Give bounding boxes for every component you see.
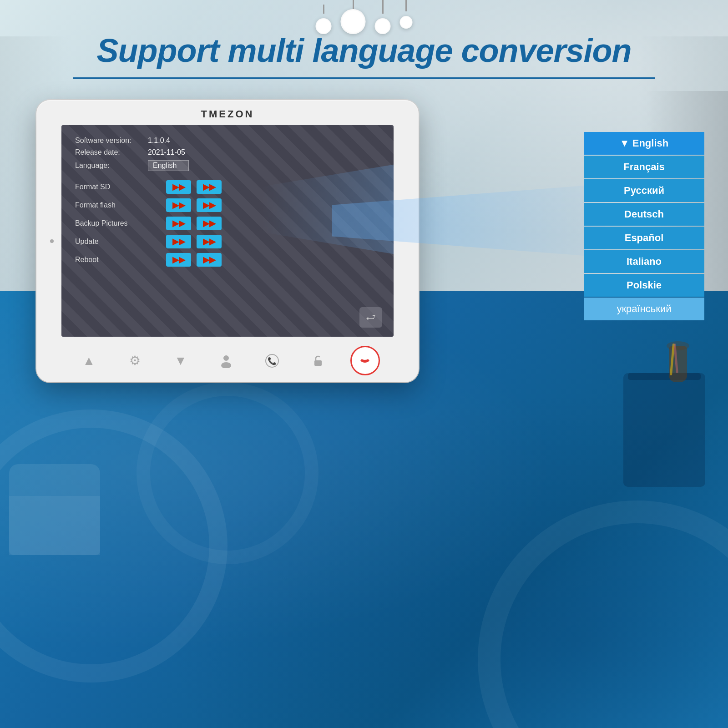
light-bulb-4: [400, 16, 413, 29]
arrow-icon-7: ▶▶: [172, 237, 185, 247]
user-icon: [219, 354, 233, 368]
format-sd-btn-2[interactable]: ▶▶: [197, 180, 222, 194]
update-label: Update: [75, 238, 166, 246]
format-flash-btn-2[interactable]: ▶▶: [197, 198, 222, 212]
up-arrow-icon: ▲: [82, 354, 95, 368]
update-btn-1[interactable]: ▶▶: [166, 235, 191, 248]
deco-circle-3: [136, 382, 318, 564]
lang-item-polskie[interactable]: Polskie: [584, 274, 704, 297]
language-dropdown[interactable]: ▼ ▼ EnglishEnglish Français Русский Deut…: [584, 132, 704, 321]
release-date-row: Release date: 2021-11-05: [75, 148, 380, 157]
arrow-icon-4: ▶▶: [203, 200, 216, 210]
device-frame: TMEZON Software version: 1.1.0.4 Release…: [36, 100, 419, 382]
back-button[interactable]: ⮐: [359, 307, 382, 328]
software-version-row: Software version: 1.1.0.4: [75, 136, 380, 145]
arrow-icon-3: ▶▶: [172, 200, 185, 210]
svg-point-1: [221, 362, 231, 368]
svg-rect-4: [314, 360, 322, 366]
format-sd-row: Format SD ▶▶ ▶▶: [75, 180, 380, 194]
language-row: Language: English: [75, 160, 380, 171]
lang-item-italiano[interactable]: Italiano: [584, 250, 704, 273]
deco-circle-2: [478, 500, 728, 728]
svg-text:📞: 📞: [268, 357, 277, 365]
back-icon: ⮐: [366, 312, 376, 324]
ceiling-decoration: [316, 14, 413, 34]
backup-btn-2[interactable]: ▶▶: [197, 217, 222, 230]
reboot-label: Reboot: [75, 256, 166, 264]
device-nav-bar: ▲ ⚙ ▼ 📞: [61, 339, 394, 382]
page-title: Support multi language conversion: [96, 32, 631, 69]
screen-actions: Format SD ▶▶ ▶▶ Format flash ▶▶ ▶▶ Backu…: [75, 180, 380, 267]
format-sd-btn-1[interactable]: ▶▶: [166, 180, 191, 194]
lang-item-english[interactable]: ▼ ▼ EnglishEnglish: [584, 132, 704, 155]
title-underline: [73, 77, 655, 79]
unlock-icon: [311, 354, 325, 368]
language-label: Language:: [75, 162, 148, 170]
down-arrow-icon: ▼: [174, 354, 187, 368]
device-brand: TMEZON: [201, 108, 254, 120]
format-sd-label: Format SD: [75, 183, 166, 191]
arrow-icon-9: ▶▶: [172, 255, 185, 265]
arrow-icon-6: ▶▶: [203, 218, 216, 228]
device-dot-indicator: [50, 239, 54, 243]
nav-call-button[interactable]: 📞: [258, 347, 286, 374]
phone-icon: 📞: [265, 354, 279, 368]
format-flash-label: Format flash: [75, 201, 166, 209]
backup-btn-1[interactable]: ▶▶: [166, 217, 191, 230]
format-flash-row: Format flash ▶▶ ▶▶: [75, 198, 380, 212]
reboot-btn-1[interactable]: ▶▶: [166, 253, 191, 267]
screen-content: Software version: 1.1.0.4 Release date: …: [61, 125, 394, 337]
backup-pictures-label: Backup Pictures: [75, 219, 166, 228]
nav-end-call-button[interactable]: [350, 346, 380, 375]
reboot-btn-2[interactable]: ▶▶: [197, 253, 222, 267]
lang-item-ukrainian[interactable]: український: [584, 298, 704, 320]
nav-user-button[interactable]: [212, 347, 240, 374]
end-call-icon: [359, 354, 371, 367]
release-date-label: Release date:: [75, 148, 148, 157]
update-btn-2[interactable]: ▶▶: [197, 235, 222, 248]
light-bulb-2: [341, 9, 366, 34]
nav-down-button[interactable]: ▼: [167, 347, 194, 374]
lang-item-francais[interactable]: Français: [584, 156, 704, 178]
svg-point-0: [223, 355, 229, 361]
nav-unlock-button[interactable]: [304, 347, 332, 374]
gear-icon: ⚙: [129, 353, 141, 368]
device-screen: Software version: 1.1.0.4 Release date: …: [61, 125, 394, 337]
release-date-value: 2021-11-05: [148, 148, 185, 157]
format-flash-btn-1[interactable]: ▶▶: [166, 198, 191, 212]
arrow-icon-10: ▶▶: [203, 255, 216, 265]
arrow-icon-1: ▶▶: [172, 182, 185, 192]
language-value-box[interactable]: English: [148, 160, 189, 171]
update-row: Update ▶▶ ▶▶: [75, 235, 380, 248]
lang-item-russian[interactable]: Русский: [584, 179, 704, 202]
nav-settings-button[interactable]: ⚙: [121, 347, 148, 374]
lang-item-espanol[interactable]: Español: [584, 227, 704, 249]
software-version-label: Software version:: [75, 136, 148, 145]
arrow-icon-8: ▶▶: [203, 237, 216, 247]
reboot-row: Reboot ▶▶ ▶▶: [75, 253, 380, 267]
backup-pictures-row: Backup Pictures ▶▶ ▶▶: [75, 217, 380, 230]
lang-item-deutsch[interactable]: Deutsch: [584, 203, 704, 226]
dropdown-arrow-icon: ▼: [620, 137, 632, 149]
nav-up-button[interactable]: ▲: [75, 347, 102, 374]
arrow-icon-2: ▶▶: [203, 182, 216, 192]
arrow-icon-5: ▶▶: [172, 218, 185, 228]
software-version-value: 1.1.0.4: [148, 136, 170, 145]
